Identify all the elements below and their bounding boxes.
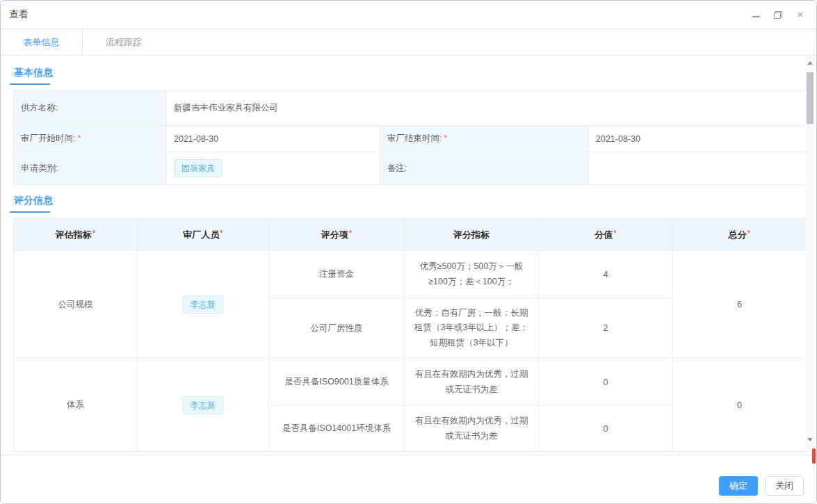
scroll-down-icon[interactable] [807, 438, 813, 441]
restore-icon[interactable] [773, 10, 783, 19]
confirm-button[interactable]: 确定 [719, 476, 758, 496]
audit-start-label: 审厂开始时间:* [14, 126, 167, 152]
title-bar: 查看 × [1, 1, 816, 29]
auditor-tag: 李志新 [183, 396, 223, 414]
remark-value [589, 152, 807, 185]
score-value: 0 [539, 359, 673, 406]
form-content: 基本信息 供方名称: 新疆吉丰伟业家具有限公司 审厂开始时间:* 2021-08… [1, 56, 816, 455]
score-item: 是否具备ISO9001质量体系 [269, 359, 405, 406]
tab-bar: 表单信息 流程跟踪 [1, 29, 816, 56]
audit-end-label: 审厂结束时间:* [380, 126, 589, 152]
group-indicator: 公司规模 [14, 251, 138, 359]
dialog-title: 查看 [9, 8, 29, 21]
score-criteria: 优秀：自有厂房；一般：长期租赁（3年或3年以上）；差：短期租赁（3年以下） [405, 298, 539, 359]
auditor-tag: 李志新 [183, 295, 223, 314]
scroll-up-icon[interactable] [807, 61, 813, 65]
apply-category-label: 申请类别: [14, 152, 167, 185]
window-controls: × [751, 10, 805, 19]
supplier-name-value: 新疆吉丰伟业家具有限公司 [167, 91, 807, 126]
supplier-name-label: 供方名称: [14, 91, 167, 126]
section-title-basic-info: 基本信息 [14, 65, 816, 79]
remark-label: 备注: [380, 152, 589, 185]
col-total-score: 总分* [673, 219, 807, 251]
col-eval-indicator: 评估指标* [14, 219, 138, 251]
audit-start-value: 2021-08-30 [167, 126, 380, 152]
group-total: 6 [673, 251, 807, 359]
tab-process-tracking[interactable]: 流程跟踪 [83, 29, 165, 55]
inner-scrollbar-red [812, 448, 816, 464]
table-row: 体系 李志新 是否具备ISO9001质量体系 有且在有效期内为优秀，过期或无证书… [14, 359, 807, 406]
view-dialog: 查看 × 表单信息 流程跟踪 基本信息 供方名称: 新疆吉丰伟业家具有限公司 审… [0, 0, 817, 504]
score-criteria: 优秀≥500万；500万＞一般≥100万；差＜100万； [405, 251, 539, 298]
basic-info-table: 供方名称: 新疆吉丰伟业家具有限公司 审厂开始时间:* 2021-08-30 审… [13, 90, 807, 185]
score-item: 注册资金 [269, 251, 405, 298]
score-value: 4 [539, 251, 673, 298]
audit-end-value: 2021-08-30 [589, 126, 807, 152]
score-value: 2 [539, 298, 673, 359]
score-criteria: 有且在有效期内为优秀，过期或无证书为差 [405, 406, 539, 452]
category-tag: 固装家具 [174, 159, 223, 177]
col-score-item: 评分项* [269, 219, 405, 251]
section-underline [10, 83, 50, 85]
vertical-scrollbar[interactable] [806, 56, 814, 453]
col-score-value: 分值* [539, 219, 673, 251]
score-item: 是否具备ISO14001环境体系 [269, 406, 405, 452]
tab-form-info[interactable]: 表单信息 [1, 29, 83, 55]
scrollbar-thumb[interactable] [807, 72, 814, 124]
score-table-header: 评估指标* 审厂人员* 评分项* 评分指标 分值* 总分* [14, 219, 807, 251]
section-title-score-info: 评分信息 [14, 193, 816, 207]
group-total: 0 [673, 359, 807, 452]
basic-info-row-supplier: 供方名称: 新疆吉丰伟业家具有限公司 [14, 91, 807, 126]
group-auditor: 李志新 [138, 251, 269, 359]
group-indicator: 体系 [14, 359, 138, 452]
minimize-icon[interactable] [751, 10, 761, 19]
col-auditor: 审厂人员* [138, 219, 269, 251]
basic-info-row-category: 申请类别: 固装家具 备注: [14, 152, 807, 185]
basic-info-row-dates: 审厂开始时间:* 2021-08-30 审厂结束时间:* 2021-08-30 [14, 126, 807, 152]
dialog-footer: 确定 关闭 [1, 455, 816, 503]
table-row: 公司规模 李志新 注册资金 优秀≥500万；500万＞一般≥100万；差＜100… [14, 251, 807, 298]
section-underline [10, 211, 50, 213]
score-value: 0 [539, 406, 673, 452]
score-criteria: 有且在有效期内为优秀，过期或无证书为差 [405, 359, 539, 406]
col-score-criteria: 评分指标 [405, 219, 539, 251]
close-button[interactable]: 关闭 [765, 476, 804, 496]
apply-category-value: 固装家具 [167, 152, 380, 185]
close-icon[interactable]: × [795, 10, 805, 19]
group-auditor: 李志新 [138, 359, 269, 452]
score-item: 公司厂房性质 [269, 298, 405, 359]
score-table: 评估指标* 审厂人员* 评分项* 评分指标 分值* 总分* 公司规模 李志新 注… [13, 218, 807, 452]
